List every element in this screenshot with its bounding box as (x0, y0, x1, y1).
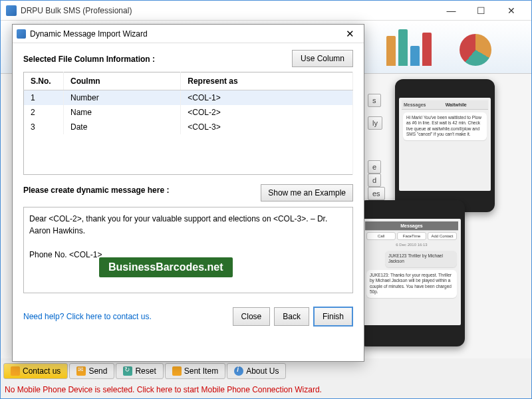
bg-button-fragment[interactable]: e (368, 160, 381, 174)
send-icon (76, 366, 86, 376)
dialog-footer: Need help? Click here to contact us. Clo… (23, 307, 353, 327)
reset-button[interactable]: Reset (116, 363, 163, 379)
cell-represent: <COL-1> (181, 90, 353, 106)
column-info-label: Selected File Column Information : (23, 55, 155, 64)
phone1-header: Messages Waitwhile (402, 100, 488, 110)
dialog-close-button[interactable]: ✕ (340, 26, 360, 42)
phone2-header: Messages (365, 221, 458, 231)
table-empty-row (24, 134, 353, 174)
phone-mockup-1: Messages Waitwhile Hi Mark! You've been … (395, 79, 495, 212)
about-label: About Us (246, 366, 279, 376)
dialog-icon (17, 29, 26, 39)
bar-chart-graphic (386, 29, 432, 66)
dialog-close-btn[interactable]: Close (233, 307, 271, 326)
table-header-row: S.No. Coulmn Represent as (24, 72, 353, 90)
bottom-toolbar: Contact us Send Reset Sent Item About Us (2, 361, 530, 381)
cell-column: Name (64, 105, 181, 120)
status-message: No Mobile Phone Device is selected. Clic… (5, 385, 322, 394)
reset-icon (123, 366, 132, 376)
cell-column: Date (64, 120, 181, 134)
close-button[interactable]: ✕ (496, 1, 526, 20)
contact-us-button[interactable]: Contact us (3, 363, 68, 379)
cell-represent: <COL-2> (181, 105, 353, 120)
help-link[interactable]: Need help? Click here to contact us. (23, 312, 229, 321)
import-wizard-dialog: Dynamic Message Import Wizard ✕ Selected… (12, 24, 364, 362)
column-table: S.No. Coulmn Represent as 1 Number <COL-… (23, 72, 353, 175)
sent-item-icon (172, 366, 182, 376)
dialog-title: Dynamic Message Import Wizard (30, 29, 340, 39)
phone2-screen: Messages Call FaceTime Add Contact 6 Dec… (362, 219, 461, 325)
phone2-action-buttons: Call FaceTime Add Contact (365, 231, 458, 241)
bg-button-fragment[interactable]: es (368, 187, 385, 200)
show-example-button[interactable]: Show me an Example (261, 184, 353, 201)
cell-sno: 2 (24, 105, 64, 120)
bg-button-fragment[interactable]: s (368, 94, 381, 107)
pie-chart-graphic (460, 34, 491, 66)
phone2-msg1: JUKE123 Thriller by Michael Jackson (385, 251, 457, 267)
table-row[interactable]: 1 Number <COL-1> (24, 90, 353, 106)
main-title: DRPU Bulk SMS (Professional) (21, 6, 436, 15)
reset-label: Reset (135, 366, 156, 376)
phone2-call-btn: Call (366, 232, 396, 240)
phone1-back: Messages (404, 102, 426, 107)
cell-sno: 3 (24, 120, 64, 134)
bg-button-fragment[interactable]: ly (368, 116, 382, 130)
dialog-finish-btn[interactable]: Finish (313, 307, 353, 327)
phone-mockup-2: Messages Call FaceTime Add Contact 6 Dec… (358, 200, 465, 346)
maximize-button[interactable]: ☐ (466, 1, 496, 20)
send-label: Send (88, 366, 107, 376)
about-us-button[interactable]: About Us (227, 363, 286, 379)
minimize-button[interactable]: — (436, 1, 466, 20)
bg-button-fragment[interactable]: d (368, 174, 381, 187)
cell-column: Number (64, 90, 181, 106)
table-row[interactable]: 3 Date <COL-3> (24, 120, 353, 134)
contact-icon (11, 366, 20, 376)
header-column: Coulmn (64, 72, 181, 90)
use-column-button[interactable]: Use Column (292, 50, 353, 67)
header-sno: S.No. (24, 72, 64, 90)
phone1-message: Hi Mark! You've been waitlisted to Plow … (403, 112, 487, 140)
dialog-body: Selected File Column Information : Use C… (13, 43, 364, 336)
window-controls: — ☐ ✕ (436, 1, 526, 20)
send-button[interactable]: Send (69, 363, 114, 379)
app-icon (6, 5, 17, 16)
message-textarea[interactable] (23, 207, 353, 293)
dialog-titlebar: Dynamic Message Import Wizard ✕ (13, 25, 364, 43)
phone2-date: 6 Dec 2010 16:13 (365, 241, 458, 248)
contact-label: Contact us (23, 366, 61, 376)
header-represent: Represent as (181, 72, 353, 90)
message-label-row: Please create dynamic message here : Sho… (23, 184, 353, 201)
sent-item-label: Sent Item (184, 366, 218, 376)
phone2-facetime-btn: FaceTime (397, 232, 426, 240)
phone1-title: Waitwhile (446, 102, 467, 107)
cell-sno: 1 (24, 90, 64, 106)
sent-item-button[interactable]: Sent Item (165, 363, 225, 379)
table-row[interactable]: 2 Name <COL-2> (24, 105, 353, 120)
phone1-screen: Messages Waitwhile Hi Mark! You've been … (399, 98, 491, 191)
cell-represent: <COL-3> (181, 120, 353, 134)
main-titlebar: DRPU Bulk SMS (Professional) — ☐ ✕ (1, 1, 531, 21)
status-bar[interactable]: No Mobile Phone Device is selected. Clic… (5, 382, 527, 397)
dialog-back-btn[interactable]: Back (274, 307, 309, 326)
phone2-msg2: JUKE123: Thanks for your request. Thrill… (366, 270, 457, 298)
about-icon (234, 366, 243, 376)
phone2-add-btn: Add Contact (428, 232, 457, 240)
message-label: Please create dynamic message here : (23, 186, 169, 195)
